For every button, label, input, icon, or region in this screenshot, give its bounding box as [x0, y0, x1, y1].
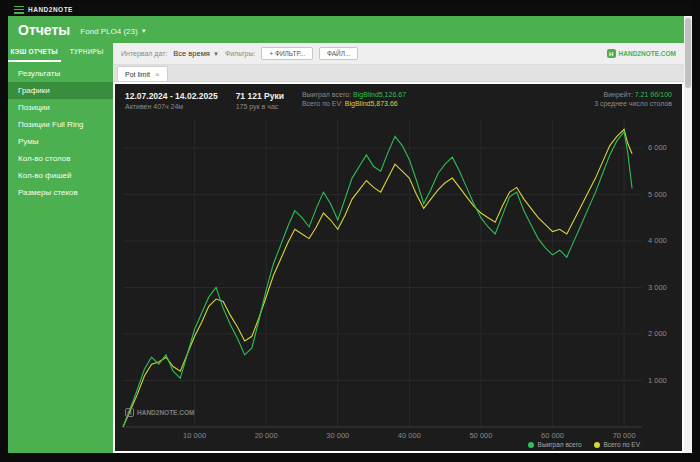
date-interval-dropdown[interactable]: Все время ▼	[173, 49, 219, 58]
stat-winnings: Выиграл всего: BigBlind5,126.67 Всего по…	[302, 91, 406, 110]
svg-text:3 000: 3 000	[648, 283, 667, 292]
date-interval-value: Все время	[173, 49, 210, 58]
hands-count: 71 121 Руки	[236, 91, 284, 101]
sidebar-item[interactable]: Кол-во фишей	[8, 167, 113, 184]
winrate-label: Винрейт:	[604, 91, 633, 98]
file-button[interactable]: ФАЙЛ...	[319, 47, 359, 60]
sidebar-menu: РезультатыГрафикиПозицииПозиции Full Rin…	[8, 62, 113, 201]
svg-text:30 000: 30 000	[326, 431, 349, 440]
brand-text: HAND2NOTE.COM	[619, 50, 676, 57]
watermark-text: HAND2NOTE.COM	[137, 409, 194, 416]
hamburger-menu-icon[interactable]	[14, 6, 24, 14]
stat-date-range: 12.07.2024 - 14.02.2025 Активен 407ч 24м	[125, 91, 218, 110]
sidebar-item[interactable]: Результаты	[8, 65, 113, 82]
sidebar-item[interactable]: Размеры стеков	[8, 184, 113, 201]
svg-text:50 000: 50 000	[469, 431, 492, 440]
svg-text:60 000: 60 000	[541, 431, 564, 440]
date-interval-label: Интервал дат:	[121, 50, 167, 57]
chevron-down-icon: ▼	[213, 51, 219, 57]
add-filter-button[interactable]: + ФИЛЬТР...	[261, 47, 313, 60]
legend-dot-icon	[594, 442, 600, 448]
hand2note-icon: H	[125, 408, 134, 417]
filters-label: Фильтры:	[225, 50, 256, 57]
svg-text:10 000: 10 000	[183, 431, 206, 440]
watermark: H HAND2NOTE.COM	[125, 408, 194, 417]
sidebar-item[interactable]: Графики	[8, 82, 113, 99]
svg-text:2 000: 2 000	[648, 329, 667, 338]
won-value: BigBlind5,126.67	[353, 91, 406, 98]
vertical-scrollbar[interactable]	[684, 16, 692, 453]
toolbar: Интервал дат: Все время ▼ Фильтры: + ФИЛ…	[113, 43, 684, 65]
close-icon[interactable]: ×	[155, 70, 160, 79]
svg-text:40 000: 40 000	[398, 431, 421, 440]
winnings-chart-svg: 10 00020 00030 00040 00050 00060 00070 0…	[115, 114, 682, 451]
won-label: Выиграл всего:	[302, 91, 351, 98]
tables-average: 3 среднее число столов	[594, 100, 672, 107]
hand2note-icon: H	[607, 49, 616, 58]
app-header: Отчеты Fond PLO4 (23) ▼	[8, 16, 692, 43]
tab-pot-limit[interactable]: Pot limit ×	[117, 66, 168, 81]
svg-text:70 000: 70 000	[613, 431, 636, 440]
main-area: Интервал дат: Все время ▼ Фильтры: + ФИЛ…	[113, 43, 692, 453]
sidebar-tab-tournaments[interactable]: ТУРНИРЫ	[61, 43, 114, 62]
page-title: Отчеты	[18, 22, 70, 38]
chart-line-ev	[123, 129, 632, 427]
sidebar-item[interactable]: Позиции Full Ring	[8, 116, 113, 133]
app-window: HAND2NOTE Отчеты Fond PLO4 (23) ▼ КЭШ ОТ…	[8, 3, 692, 453]
fund-selector[interactable]: Fond PLO4 (23) ▼	[80, 27, 146, 36]
brand-logo: H HAND2NOTE.COM	[607, 49, 676, 58]
ev-value: BigBlind5,873.66	[345, 100, 398, 107]
active-time: Активен 407ч 24м	[125, 103, 218, 110]
chart-panel: 12.07.2024 - 14.02.2025 Активен 407ч 24м…	[115, 84, 682, 451]
legend-dot-icon	[528, 442, 534, 448]
tabstrip: Pot limit ×	[113, 65, 684, 82]
sidebar-item[interactable]: Румы	[8, 133, 113, 150]
plot-area: 10 00020 00030 00040 00050 00060 00070 0…	[115, 114, 682, 451]
sidebar-item[interactable]: Позиции	[8, 99, 113, 116]
scrollbar-thumb[interactable]	[685, 18, 691, 88]
chart-line-won	[123, 132, 632, 427]
date-range: 12.07.2024 - 14.02.2025	[125, 91, 218, 101]
winrate-value: 7.21 бб/100	[635, 91, 672, 98]
fund-selector-label: Fond PLO4 (23)	[80, 27, 137, 36]
stat-hands: 71 121 Руки 175 рук в час	[236, 91, 284, 110]
chart-header: 12.07.2024 - 14.02.2025 Активен 407ч 24м…	[115, 84, 682, 114]
ev-label: Всего по EV:	[302, 100, 343, 107]
legend-item: Выиграл всего	[528, 441, 582, 448]
svg-text:20 000: 20 000	[255, 431, 278, 440]
svg-text:6 000: 6 000	[648, 143, 667, 152]
sidebar-item[interactable]: Кол-во столов	[8, 150, 113, 167]
tab-label: Pot limit	[125, 71, 150, 78]
hands-rate: 175 рук в час	[236, 103, 284, 110]
sidebar-tab-cash[interactable]: КЭШ ОТЧЕТЫ	[8, 43, 61, 62]
app-title: HAND2NOTE	[28, 6, 73, 13]
chevron-down-icon: ▼	[141, 28, 147, 34]
svg-text:4 000: 4 000	[648, 236, 667, 245]
sidebar: КЭШ ОТЧЕТЫТУРНИРЫ РезультатыГрафикиПозиц…	[8, 43, 113, 453]
chart-legend: Выиграл всегоВсего по EV	[528, 441, 640, 448]
svg-text:1 000: 1 000	[648, 376, 667, 385]
sidebar-tabs: КЭШ ОТЧЕТЫТУРНИРЫ	[8, 43, 113, 62]
titlebar: HAND2NOTE	[8, 3, 692, 16]
stat-winrate: Винрейт: 7.21 бб/100 3 среднее число сто…	[594, 91, 672, 110]
svg-text:5 000: 5 000	[648, 190, 667, 199]
legend-item: Всего по EV	[594, 441, 640, 448]
